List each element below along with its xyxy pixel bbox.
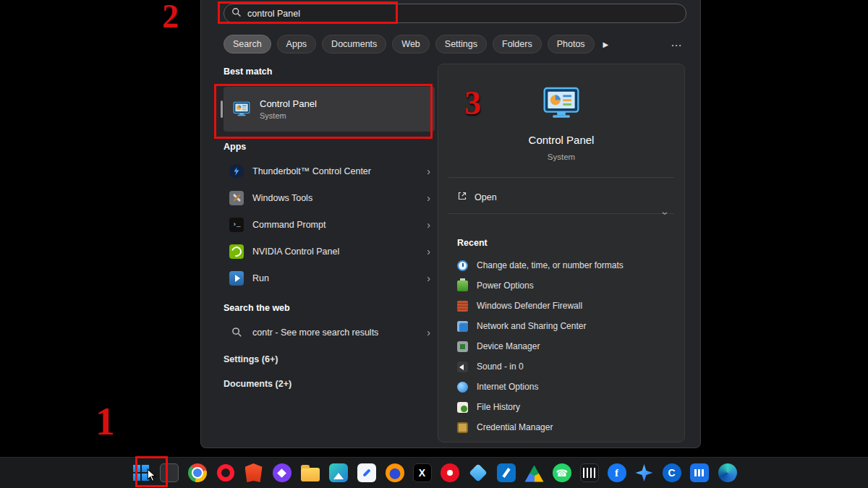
tools-icon — [229, 191, 244, 205]
preview-subtitle: System — [438, 153, 684, 161]
taskbar-icon-phone-link[interactable] — [272, 463, 292, 483]
taskbar-icon-barcode-app[interactable] — [579, 463, 600, 483]
annotation-number-1: 1 — [95, 402, 115, 441]
tab-search[interactable]: Search — [224, 35, 271, 53]
recent-item[interactable]: Windows Defender Firewall — [457, 296, 674, 316]
best-match-title: Control Panel — [260, 98, 317, 109]
recent-label: Device Manager — [477, 341, 540, 351]
taskbar-icon-file-explorer[interactable] — [300, 463, 320, 483]
search-flyout: Search Apps Documents Web Settings Folde… — [200, 0, 701, 448]
results-column: Best match Control Panel System Apps Thu… — [224, 67, 435, 390]
result-run[interactable]: Run — [224, 265, 435, 291]
recent-label: Sound - in 0 — [477, 361, 524, 372]
taskbar-icon-google-drive[interactable] — [524, 463, 545, 483]
recent-item[interactable]: Network and Sharing Center — [457, 316, 674, 336]
divider — [448, 213, 674, 214]
best-match-result[interactable]: Control Panel System — [224, 87, 435, 132]
recent-item[interactable]: Credential Manager — [457, 417, 674, 437]
device-manager-icon — [457, 341, 468, 352]
taskbar-icon-edge[interactable] — [718, 463, 738, 483]
taskbar-icon-c-app[interactable]: C — [663, 463, 681, 482]
tab-web[interactable]: Web — [392, 35, 429, 53]
search-box[interactable] — [224, 4, 686, 23]
search-icon — [229, 325, 244, 340]
recent-item[interactable]: Sound - in 0 — [457, 356, 674, 377]
taskbar-icons: X ☎ f C — [0, 458, 868, 488]
result-label: Thunderbolt™ Control Center — [252, 166, 371, 176]
windows-logo-icon — [133, 465, 149, 481]
search-icon — [231, 7, 242, 20]
firewall-icon — [457, 301, 468, 312]
tab-settings[interactable]: Settings — [435, 35, 487, 53]
documents-results-link[interactable]: Documents (2+) — [224, 379, 435, 390]
open-label: Open — [475, 192, 497, 202]
taskbar-icon-gallery[interactable] — [328, 463, 349, 483]
result-nvidia-control-panel[interactable]: NVIDIA Control Panel — [224, 238, 435, 265]
taskbar-icon-clipchamp[interactable] — [357, 463, 377, 483]
recent-item[interactable]: Change date, time, or number formats — [457, 255, 674, 275]
taskbar: X ☎ f C — [0, 457, 868, 488]
open-icon — [457, 191, 467, 204]
taskbar-icon-whatsapp[interactable]: ☎ — [553, 463, 571, 482]
thunderbolt-icon — [229, 164, 244, 179]
taskbar-icon-opera[interactable] — [216, 463, 236, 483]
more-filters-icon[interactable]: ▶ — [603, 40, 609, 48]
recent-label: File History — [477, 402, 520, 412]
result-label: Command Prompt — [252, 220, 326, 230]
control-panel-icon — [232, 100, 251, 119]
chevron-right-icon[interactable] — [427, 273, 430, 284]
taskbar-icon-vscode[interactable] — [496, 463, 516, 483]
recent-header: Recent — [457, 238, 488, 248]
taskbar-icon-brave[interactable] — [244, 463, 264, 483]
recent-item[interactable]: Device Manager — [457, 336, 674, 356]
result-label: NVIDIA Control Panel — [252, 247, 339, 257]
best-match-subtitle: System — [260, 111, 317, 120]
recent-label: Network and Sharing Center — [477, 321, 586, 331]
taskbar-icon-facebook[interactable]: f — [608, 463, 626, 482]
recent-item[interactable]: Internet Options — [457, 377, 674, 397]
taskbar-icon-red-app[interactable] — [440, 463, 460, 483]
divider — [448, 177, 674, 178]
recent-label: Windows Defender Firewall — [477, 301, 582, 311]
chevron-right-icon[interactable] — [427, 192, 430, 204]
result-web-search[interactable]: contr - See more search results — [224, 319, 435, 346]
result-thunderbolt-control-center[interactable]: Thunderbolt™ Control Center — [224, 158, 435, 184]
taskbar-icon-app-dark[interactable] — [159, 463, 179, 483]
credential-manager-icon — [457, 422, 468, 433]
taskbar-icon-cube-app[interactable] — [468, 463, 488, 483]
taskbar-icon-x[interactable]: X — [413, 463, 432, 482]
taskbar-icon-chrome[interactable] — [187, 463, 208, 483]
taskbar-icon-firefox[interactable] — [385, 463, 405, 483]
recent-item[interactable]: File History — [457, 397, 674, 417]
best-match-header: Best match — [224, 67, 435, 78]
chevron-right-icon[interactable] — [427, 166, 430, 177]
open-action[interactable]: Open — [457, 187, 497, 207]
preview-panel: Control Panel System Open Recent Change … — [438, 64, 685, 442]
annotation-number-2: 2 — [162, 0, 179, 33]
power-icon — [457, 281, 468, 291]
recent-label: Change date, time, or number formats — [477, 260, 624, 270]
tab-documents[interactable]: Documents — [322, 35, 386, 53]
options-ellipsis-button[interactable]: … — [671, 36, 683, 49]
chevron-right-icon[interactable] — [427, 246, 430, 257]
search-input[interactable] — [247, 9, 678, 19]
tab-apps[interactable]: Apps — [277, 35, 317, 53]
result-command-prompt[interactable]: ›_ Command Prompt — [224, 211, 435, 238]
best-match-text: Control Panel System — [260, 98, 317, 120]
result-windows-tools[interactable]: Windows Tools — [224, 184, 435, 211]
chevron-right-icon[interactable] — [427, 327, 430, 338]
recent-list: Change date, time, or number formats Pow… — [457, 255, 674, 437]
tab-photos[interactable]: Photos — [548, 35, 595, 53]
globe-icon — [457, 382, 468, 393]
apps-header: Apps — [224, 142, 435, 153]
start-button[interactable] — [131, 463, 151, 483]
chevron-down-icon[interactable] — [660, 207, 671, 219]
file-history-icon — [457, 402, 468, 413]
chevron-right-icon[interactable] — [427, 219, 430, 231]
taskbar-icon-copilot[interactable] — [634, 463, 655, 483]
settings-results-link[interactable]: Settings (6+) — [224, 354, 435, 366]
terminal-icon: ›_ — [229, 218, 244, 232]
recent-item[interactable]: Power Options — [457, 275, 674, 296]
taskbar-icon-blue-app[interactable] — [689, 463, 710, 483]
tab-folders[interactable]: Folders — [493, 35, 542, 53]
